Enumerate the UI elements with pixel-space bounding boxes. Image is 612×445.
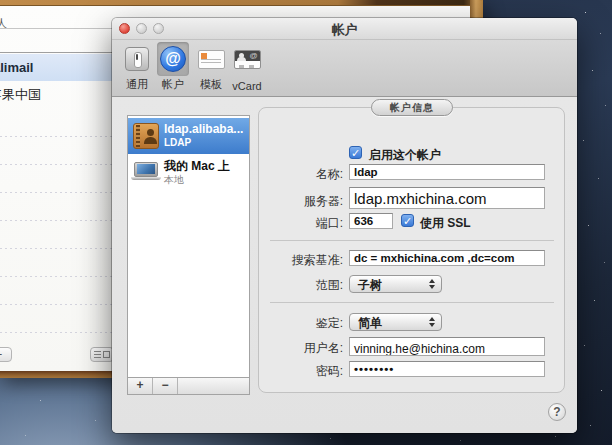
toolbar-item-vcard[interactable]: @ vCard — [228, 42, 266, 94]
name-field[interactable]: ldap — [349, 164, 545, 180]
account-row-local[interactable]: 我的 Mac 上 本地 — [128, 154, 249, 190]
footer-spacer — [178, 378, 249, 394]
add-account-button[interactable]: + — [128, 378, 153, 394]
group-label: 苹果中国 — [0, 81, 41, 108]
name-label: 名称: — [240, 166, 343, 183]
enable-account-label: 启用这个帐户 — [369, 147, 441, 164]
group-row-apple-china[interactable]: 苹果中国 — [0, 81, 120, 108]
list-divider — [0, 164, 118, 165]
account-type: LDAP — [164, 137, 191, 148]
toolbar-label: vCard — [220, 80, 274, 92]
port-field[interactable]: 636 — [349, 213, 393, 229]
scope-label: 范围: — [240, 277, 343, 294]
accounts-sidebar: ldap.alibaba... LDAP 我的 Mac 上 本地 + − — [127, 115, 250, 395]
list-divider — [0, 136, 118, 137]
divider — [0, 28, 120, 29]
popup-arrows-icon — [429, 279, 435, 289]
list-divider — [0, 192, 118, 193]
username-field[interactable]: vinning.he@hichina.com — [349, 337, 545, 356]
list-divider — [0, 332, 118, 333]
account-row-ldap[interactable]: ldap.alibaba... LDAP — [128, 118, 249, 154]
list-divider — [0, 248, 118, 249]
remove-account-button[interactable]: − — [153, 378, 178, 394]
preferences-toolbar: 通用 @ 帐户 模板 @ vCard — [112, 40, 577, 97]
popup-arrows-icon — [429, 317, 435, 327]
template-card-icon — [198, 50, 225, 69]
titlebar[interactable]: 帐户 — [112, 18, 577, 40]
dialog-content: ldap.alibaba... LDAP 我的 Mac 上 本地 + − 帐户信… — [112, 97, 577, 433]
list-divider — [0, 220, 118, 221]
view-mode-button[interactable] — [90, 347, 114, 362]
list-view-icon — [94, 351, 101, 358]
use-ssl-checkbox[interactable]: ✓ — [401, 214, 414, 227]
password-field[interactable]: •••••••• — [349, 361, 545, 377]
divider — [0, 52, 120, 53]
account-type: 本地 — [164, 173, 184, 187]
at-icon: @ — [160, 46, 186, 72]
list-divider — [0, 304, 118, 305]
add-group-button[interactable]: + — [0, 347, 12, 362]
window-title: 帐户 — [112, 21, 577, 39]
scope-value: 子树 — [358, 278, 382, 292]
tab-account-info[interactable]: 帐户信息 — [371, 99, 453, 116]
vcard-icon: @ — [234, 50, 261, 69]
form-divider — [270, 240, 554, 241]
server-field[interactable]: ldap.mxhichina.com — [349, 187, 545, 209]
mac-icon — [134, 162, 158, 177]
search-base-field[interactable]: dc = mxhichina.com ,dc=com — [349, 250, 545, 266]
list-divider — [0, 276, 118, 277]
enable-account-checkbox[interactable]: ✓ — [349, 146, 362, 159]
auth-value: 简单 — [358, 316, 382, 330]
port-label: 端口: — [240, 215, 343, 232]
help-button[interactable]: ? — [548, 403, 566, 421]
password-label: 密码: — [240, 363, 343, 380]
form-divider — [270, 302, 554, 303]
accounts-preferences-window: 帐户 通用 @ 帐户 模板 @ vCard — [112, 18, 577, 433]
auth-label: 鉴定: — [240, 315, 343, 332]
use-ssl-label: 使用 SSL — [420, 215, 471, 232]
server-label: 服务器: — [240, 193, 343, 210]
auth-popup[interactable]: 简单 — [349, 313, 442, 331]
sidebar-footer: + − — [128, 377, 249, 394]
group-label: alimail — [0, 54, 33, 81]
address-book-icon — [133, 123, 159, 149]
username-label: 用户名: — [240, 340, 343, 357]
book-leather-top — [0, 0, 483, 6]
account-name: ldap.alibaba... — [164, 122, 243, 136]
search-base-label: 搜索基准: — [240, 252, 343, 269]
switch-icon — [125, 47, 149, 71]
card-view-icon — [103, 351, 110, 358]
scope-popup[interactable]: 子树 — [349, 275, 442, 293]
group-row-alimail[interactable]: alimail — [0, 54, 120, 81]
